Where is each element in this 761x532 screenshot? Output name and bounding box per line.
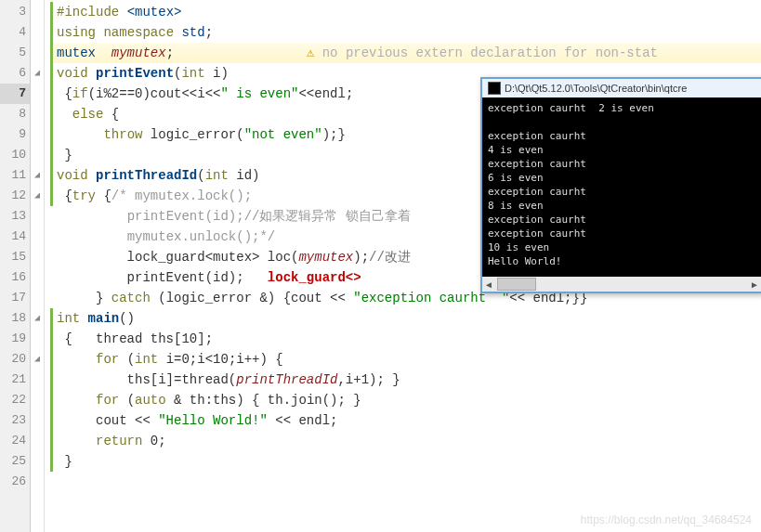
console-titlebar[interactable]: D:\Qt\Qt5.12.0\Tools\QtCreator\bin\qtcre	[482, 79, 761, 97]
line-number: 3	[0, 2, 30, 22]
code-line[interactable]: for (int i=0;i<10;i++) {	[50, 349, 761, 370]
line-number: 18	[0, 308, 30, 329]
fold-marker	[31, 206, 44, 227]
fold-marker	[31, 451, 44, 472]
line-number: 26	[0, 472, 30, 492]
console-icon	[488, 82, 501, 95]
fold-marker	[31, 2, 44, 22]
console-scrollbar[interactable]: ◄ ►	[482, 277, 761, 292]
fold-marker	[31, 124, 44, 145]
fold-marker	[31, 472, 44, 492]
fold-column: ◢◢◢◢◢	[31, 0, 45, 532]
line-number: 14	[0, 227, 30, 247]
fold-marker	[31, 431, 44, 451]
fold-marker	[31, 22, 44, 43]
line-number: 15	[0, 247, 30, 267]
line-number: 16	[0, 267, 30, 288]
line-number: 21	[0, 370, 30, 390]
line-number: 13	[0, 206, 30, 227]
fold-marker[interactable]: ◢	[31, 186, 44, 206]
fold-marker	[31, 390, 44, 410]
line-number: 10	[0, 145, 30, 165]
scroll-thumb[interactable]	[497, 278, 536, 291]
watermark: https://blog.csdn.net/qq_34684524	[581, 513, 752, 526]
line-number: 25	[0, 451, 30, 472]
fold-marker	[31, 84, 44, 104]
console-title-text: D:\Qt\Qt5.12.0\Tools\QtCreator\bin\qtcre	[505, 79, 687, 97]
console-window: D:\Qt\Qt5.12.0\Tools\QtCreator\bin\qtcre…	[480, 77, 761, 293]
code-line[interactable]: return 0;	[50, 431, 761, 451]
fold-marker[interactable]: ◢	[31, 349, 44, 370]
code-line[interactable]: int main()	[50, 308, 761, 329]
line-number: 19	[0, 329, 30, 349]
fold-marker[interactable]: ◢	[31, 308, 44, 329]
code-line[interactable]: using namespace std;	[50, 22, 761, 43]
code-line[interactable]: }	[50, 451, 761, 472]
line-number: 6	[0, 63, 30, 84]
code-line[interactable]: { thread ths[10];	[50, 329, 761, 349]
code-line[interactable]: mutex mymutex; ⚠ no previous extern decl…	[50, 43, 761, 63]
line-number: 20	[0, 349, 30, 370]
code-line[interactable]: cout << "Hello World!" << endl;	[50, 410, 761, 431]
fold-marker	[31, 247, 44, 267]
line-gutter: 3456789101112131415161718192021222324252…	[0, 0, 31, 532]
code-line[interactable]: for (auto & th:ths) { th.join(); }	[50, 390, 761, 410]
line-number: 12	[0, 186, 30, 206]
fold-marker	[31, 227, 44, 247]
code-line[interactable]: ths[i]=thread(printThreadId,i+1); }	[50, 370, 761, 390]
fold-marker[interactable]: ◢	[31, 165, 44, 186]
line-number: 7	[0, 84, 30, 104]
fold-marker	[31, 145, 44, 165]
scroll-left-icon[interactable]: ◄	[482, 279, 495, 290]
fold-marker	[31, 288, 44, 308]
scroll-right-icon[interactable]: ►	[748, 279, 761, 290]
code-line[interactable]: #include <mutex>	[50, 2, 761, 22]
line-number: 4	[0, 22, 30, 43]
line-number: 5	[0, 43, 30, 63]
fold-marker	[31, 43, 44, 63]
line-number: 23	[0, 410, 30, 431]
fold-marker	[31, 410, 44, 431]
line-number: 11	[0, 165, 30, 186]
console-output[interactable]: exception caurht 2 is even exception cau…	[482, 97, 761, 277]
code-line[interactable]	[50, 472, 761, 492]
line-number: 24	[0, 431, 30, 451]
line-number: 22	[0, 390, 30, 410]
line-number: 17	[0, 288, 30, 308]
fold-marker[interactable]: ◢	[31, 63, 44, 84]
fold-marker	[31, 104, 44, 124]
fold-marker	[31, 267, 44, 288]
line-number: 9	[0, 124, 30, 145]
fold-marker	[31, 329, 44, 349]
line-number: 8	[0, 104, 30, 124]
fold-marker	[31, 370, 44, 390]
